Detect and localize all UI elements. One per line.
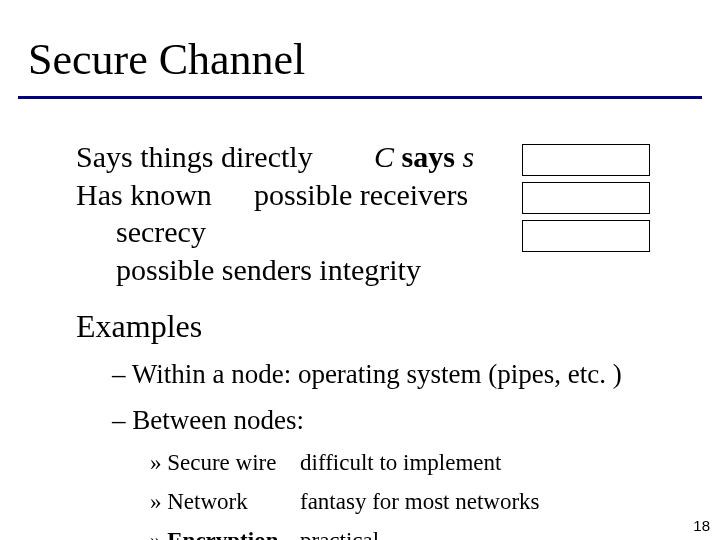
title-underline: [18, 96, 702, 99]
ss3-label: » Encryption: [150, 525, 300, 540]
subexample-network: » Networkfantasy for most networks: [76, 486, 676, 517]
line2-left: Has known: [76, 176, 254, 214]
line1-left: Says things directly: [76, 138, 374, 176]
line1-says: says: [394, 140, 462, 173]
ss2-label: » Network: [150, 486, 300, 517]
line-possible-senders: possible senders integrity: [76, 251, 676, 289]
line-secrecy: secrecy: [76, 213, 676, 251]
slide-body: Says things directlyC says s Has knownpo…: [76, 138, 676, 540]
ss3-prefix: »: [150, 528, 167, 540]
ss2-desc: fantasy for most networks: [300, 489, 540, 514]
subexample-encryption: » Encryptionpractical: [76, 525, 676, 540]
subexample-secure-wire: » Secure wiredifficult to implement: [76, 447, 676, 478]
example-within-node: – Within a node: operating system (pipes…: [76, 356, 676, 392]
ss3-bold: Encryption: [167, 528, 278, 540]
page-number: 18: [693, 517, 710, 534]
line2-right: possible receivers: [254, 178, 468, 211]
examples-heading: Examples: [76, 306, 676, 346]
line-says-things: Says things directlyC says s: [76, 138, 676, 176]
line1-s: s: [462, 140, 474, 173]
ss3-desc: practical: [300, 528, 379, 540]
slide: Secure Channel Says things directlyC say…: [0, 0, 720, 540]
example-between-nodes: – Between nodes:: [76, 402, 676, 438]
ss1-label: » Secure wire: [150, 447, 300, 478]
ss1-desc: difficult to implement: [300, 450, 501, 475]
slide-title: Secure Channel: [28, 34, 305, 85]
line1-c: C: [374, 140, 394, 173]
line-has-known: Has knownpossible receivers: [76, 176, 676, 214]
